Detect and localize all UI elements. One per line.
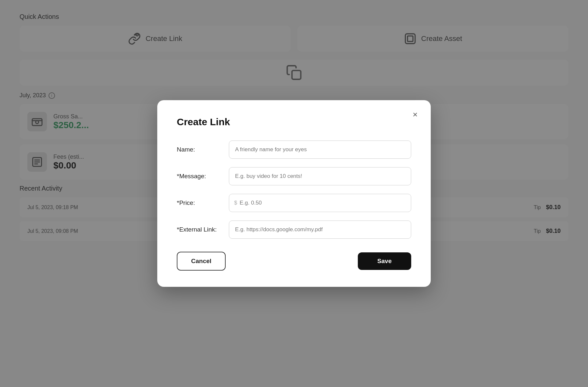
price-prefix: $ xyxy=(234,200,237,206)
name-label: Name: xyxy=(177,146,229,153)
create-link-modal: × Create Link Name: *Message: *Price: $ … xyxy=(157,100,431,287)
message-label: *Message: xyxy=(177,173,229,180)
cancel-button[interactable]: Cancel xyxy=(177,252,226,271)
external-link-label: *External Link: xyxy=(177,226,229,233)
external-link-input[interactable] xyxy=(229,220,411,239)
name-field-row: Name: xyxy=(177,140,411,159)
price-field-row: *Price: $ xyxy=(177,194,411,212)
close-icon: × xyxy=(413,110,417,120)
external-link-field-row: *External Link: xyxy=(177,220,411,239)
message-field-row: *Message: xyxy=(177,167,411,185)
modal-title: Create Link xyxy=(177,116,411,127)
message-input[interactable] xyxy=(229,167,411,185)
name-input[interactable] xyxy=(229,140,411,159)
modal-close-button[interactable]: × xyxy=(409,108,422,121)
price-input[interactable] xyxy=(229,194,411,212)
modal-footer: Cancel Save xyxy=(177,252,411,271)
modal-overlay: × Create Link Name: *Message: *Price: $ … xyxy=(0,0,588,387)
price-label: *Price: xyxy=(177,199,229,207)
price-input-wrapper: $ xyxy=(229,194,411,212)
save-button[interactable]: Save xyxy=(358,252,411,270)
